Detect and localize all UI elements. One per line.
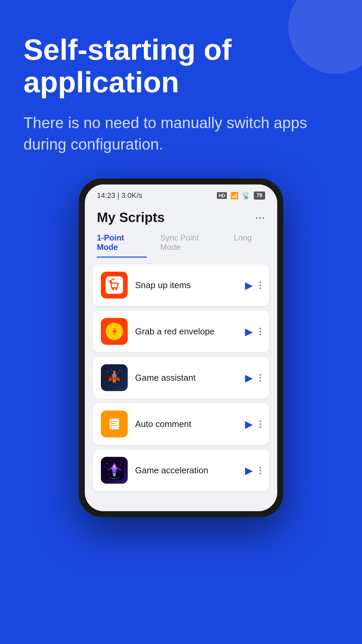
svg-rect-8 [107, 371, 108, 372]
scripts-list: Snap up items ▶ [85, 258, 277, 498]
lightning-inner [106, 323, 123, 340]
auto-comment-play-btn[interactable]: ▶ [245, 418, 253, 430]
script-card-snap-up: Snap up items ▶ [93, 264, 269, 306]
svg-rect-16 [112, 423, 116, 424]
main-title: Self-starting of application [23, 34, 339, 99]
game-acceleration-actions: ▶ [245, 465, 261, 476]
tabs-bar: 1-Point Mode Sync Point Mode Long [85, 225, 277, 258]
game-assistant-more-btn[interactable] [259, 374, 261, 382]
svg-rect-22 [108, 474, 109, 475]
app-header: My Scripts ⋯ [85, 203, 277, 225]
svg-point-2 [115, 288, 117, 290]
snap-up-actions: ▶ [245, 279, 261, 291]
auto-comment-icon [101, 411, 128, 437]
status-time-speed: 14:23 | 3.0K/s [97, 191, 142, 200]
red-envelope-icon [101, 318, 128, 345]
game-acceleration-icon [101, 457, 128, 484]
header-section: Self-starting of application There is no… [0, 0, 362, 155]
game-assistant-play-btn[interactable]: ▶ [245, 372, 253, 384]
svg-rect-27 [110, 477, 111, 478]
script-card-auto-comment: Auto comment ▶ [93, 403, 269, 445]
snap-up-label: Snap up items [135, 280, 238, 290]
app-title: My Scripts [97, 210, 165, 225]
red-envelope-label: Grab a red envelope [135, 326, 238, 337]
svg-rect-10 [111, 369, 112, 370]
svg-point-25 [112, 468, 113, 469]
svg-point-24 [114, 465, 115, 467]
svg-rect-11 [117, 373, 118, 373]
game-acceleration-more-btn[interactable] [259, 467, 261, 474]
svg-rect-30 [116, 478, 117, 479]
tab-1point-mode[interactable]: 1-Point Mode [97, 233, 147, 258]
svg-point-26 [116, 468, 117, 469]
svg-rect-29 [114, 478, 115, 479]
svg-rect-31 [118, 477, 119, 478]
svg-rect-20 [120, 465, 121, 465]
game-acceleration-label: Game acceleration [135, 465, 238, 476]
game-assistant-icon [101, 364, 128, 391]
status-bar: 14:23 | 3.0K/s HD 📶 📡 79 [85, 184, 277, 203]
phone-inner: 14:23 | 3.0K/s HD 📶 📡 79 My Scripts ⋯ [85, 184, 277, 511]
snap-up-play-btn[interactable]: ▶ [245, 279, 253, 291]
share-icon[interactable]: ⋯ [255, 212, 265, 223]
script-card-game-acceleration: Game acceleration ▶ [93, 449, 269, 491]
auto-comment-more-btn[interactable] [259, 420, 261, 428]
svg-point-7 [113, 373, 116, 377]
tab-long[interactable]: Long [234, 233, 252, 258]
tab-sync-point-mode[interactable]: Sync Point Mode [160, 233, 221, 258]
svg-point-1 [112, 288, 114, 290]
svg-rect-9 [119, 370, 120, 371]
auto-comment-label: Auto comment [135, 419, 238, 429]
svg-rect-17 [112, 425, 117, 426]
game-acceleration-play-btn[interactable]: ▶ [245, 465, 253, 476]
svg-rect-19 [107, 463, 107, 464]
svg-rect-28 [112, 478, 113, 479]
red-envelope-play-btn[interactable]: ▶ [245, 326, 253, 337]
phone-mockup: 14:23 | 3.0K/s HD 📶 📡 79 My Scripts ⋯ [0, 178, 362, 517]
script-card-game-assistant: Game assistant ▶ [93, 357, 269, 398]
sub-title: There is no need to manually switch apps… [23, 112, 339, 155]
time: 14:23 [97, 191, 115, 200]
wifi-icon: 📡 [242, 192, 250, 200]
snap-up-icon [101, 272, 128, 299]
game-assistant-actions: ▶ [245, 372, 261, 384]
svg-rect-15 [112, 421, 118, 422]
bottom-padding [85, 498, 277, 511]
hd-badge: HD [217, 192, 227, 199]
snap-up-more-btn[interactable] [259, 281, 261, 289]
auto-comment-actions: ▶ [245, 418, 261, 430]
svg-rect-14 [110, 419, 112, 429]
script-card-red-envelope: Grab a red envelope ▶ [93, 311, 269, 352]
game-assistant-label: Game assistant [135, 373, 238, 383]
speed: 3.0K/s [121, 191, 142, 200]
phone-outer: 14:23 | 3.0K/s HD 📶 📡 79 My Scripts ⋯ [79, 178, 283, 517]
red-envelope-actions: ▶ [245, 326, 261, 337]
signal-icon: 📶 [230, 192, 239, 200]
red-envelope-more-btn[interactable] [259, 328, 261, 335]
battery-icon: 79 [254, 192, 265, 200]
status-icons: HD 📶 📡 79 [217, 192, 265, 200]
separator: | [117, 191, 121, 200]
